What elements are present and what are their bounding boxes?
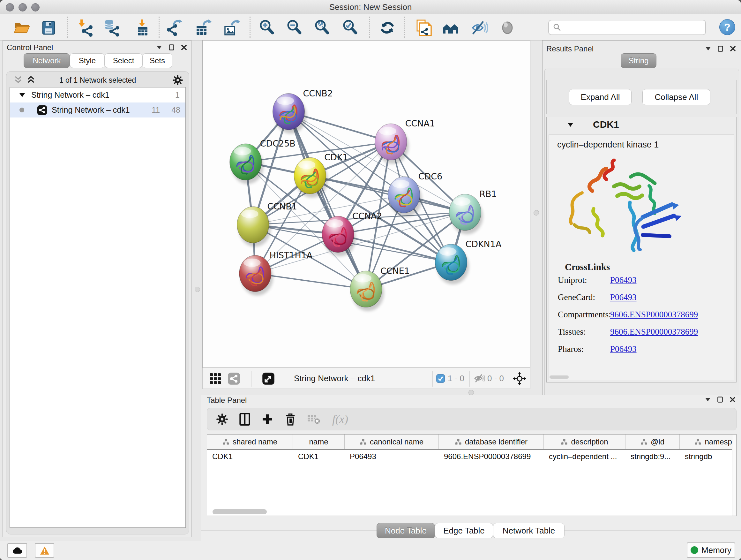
zoom-fit-icon[interactable] (311, 18, 334, 37)
birds-eye-view-icon[interactable] (262, 372, 275, 385)
tab-sets[interactable]: Sets (142, 53, 172, 68)
network-collection-row[interactable]: String Network – cdk1 1 (10, 87, 185, 103)
table-vertical-scrollbar[interactable] (732, 435, 736, 516)
right-splitter-handle[interactable] (534, 210, 539, 215)
panel-menu-icon[interactable] (705, 398, 711, 401)
float-panel-icon[interactable] (169, 44, 174, 51)
memory-button[interactable]: Memory (687, 543, 735, 558)
tab-select[interactable]: Select (105, 53, 142, 68)
crosslink-link[interactable]: P06493 (610, 293, 636, 302)
table-options-gear-icon[interactable] (216, 413, 228, 425)
help-button[interactable]: ? (719, 19, 735, 35)
show-columns-icon[interactable] (239, 413, 251, 426)
tab-network[interactable]: Network (23, 53, 70, 68)
warnings-button[interactable] (35, 543, 54, 558)
column-header-description[interactable]: description (544, 435, 625, 449)
table-cell[interactable]: 9606.ENSP00000378699 (439, 450, 544, 463)
column-header-label: database identifier (465, 437, 528, 446)
import-network-database-icon[interactable] (100, 18, 123, 37)
grid-view-icon[interactable] (210, 373, 221, 384)
search-input[interactable] (548, 20, 706, 35)
column-header-shared-name[interactable]: shared name (207, 435, 293, 449)
tab-edge-table[interactable]: Edge Table (435, 523, 493, 538)
open-session-icon[interactable] (10, 18, 33, 37)
import-network-file-icon[interactable] (74, 18, 97, 37)
float-panel-icon[interactable] (718, 46, 723, 52)
tab-style[interactable]: Style (70, 53, 105, 68)
fit-selected-crosshair-icon[interactable] (513, 372, 526, 385)
zoom-selected-icon[interactable] (339, 18, 362, 37)
network-row-selected[interactable]: String Network – cdk1 11 48 (10, 103, 185, 118)
column-header-canonical-name[interactable]: canonical name (345, 435, 439, 449)
new-network-from-selection-icon[interactable] (412, 18, 435, 37)
refresh-layout-icon[interactable] (376, 18, 399, 37)
add-column-icon[interactable] (261, 413, 273, 425)
network-options-gear-icon[interactable] (172, 75, 183, 85)
export-network-icon[interactable] (163, 18, 186, 37)
save-session-icon[interactable] (37, 18, 60, 37)
table-panel: Table Panel f(x) shared namenamecanonica… (201, 395, 741, 541)
column-header-database-identifier[interactable]: database identifier (439, 435, 544, 449)
table-cell[interactable]: P06493 (345, 450, 439, 463)
float-panel-icon[interactable] (718, 396, 723, 402)
close-panel-icon[interactable] (730, 46, 736, 51)
network-edge-count: 48 (172, 105, 180, 115)
network-edge[interactable] (288, 112, 366, 289)
table-horizontal-scrollbar-thumb[interactable] (212, 509, 267, 514)
table-cell[interactable]: CDK1 (293, 450, 345, 463)
network-label: String Network – cdk1 (52, 105, 130, 115)
network-node-RB1[interactable]: RB1 (449, 189, 496, 234)
export-image-icon[interactable] (220, 18, 243, 37)
network-view-canvas[interactable]: CCNB2CCNA1CDC25BCDK1CDC6RB1CCNB1CCNA2CDK… (202, 40, 530, 368)
network-node-CCNE1[interactable]: CCNE1 (350, 266, 410, 311)
collapse-all-button[interactable]: Collapse All (643, 89, 711, 105)
network-node-CDKN1A[interactable]: CDKN1A (435, 239, 502, 285)
table-cell[interactable]: CDK1 (207, 450, 293, 463)
zoom-out-icon[interactable] (283, 18, 306, 37)
network-view-toolbar: String Network – cdk1 1 - 0 0 - 0 (202, 368, 530, 389)
network-node-CCNB2[interactable]: CCNB2 (273, 88, 333, 134)
panel-menu-icon[interactable] (157, 46, 162, 49)
column-mapped-icon (694, 439, 701, 445)
network-node-CDC25B[interactable]: CDC25B (230, 138, 295, 184)
column-header-namespace[interactable]: namespace (680, 435, 737, 449)
node-table[interactable]: shared namenamecanonical namedatabase id… (207, 434, 737, 516)
crosslink-link[interactable]: 9606.ENSP00000378699 (610, 310, 698, 319)
results-panel-title: Results Panel (546, 44, 594, 53)
network-node-CCNB1[interactable]: CCNB1 (237, 201, 297, 247)
import-table-file-icon[interactable] (131, 18, 154, 37)
network-graph[interactable]: CCNB2CCNA1CDC25BCDK1CDC6RB1CCNB1CCNA2CDK… (203, 41, 530, 368)
panel-menu-icon[interactable] (705, 47, 711, 51)
close-panel-icon[interactable] (730, 397, 735, 402)
column-header-name[interactable]: name (293, 435, 345, 449)
crosslink-link[interactable]: 9606.ENSP00000378699 (610, 327, 698, 336)
selected-checkbox-icon[interactable] (436, 374, 445, 383)
table-data-row[interactable]: CDK1CDK1P064939606.ENSP00000378699cyclin… (207, 450, 737, 463)
tab-node-table[interactable]: Node Table (377, 523, 435, 538)
crosslink-link[interactable]: P06493 (610, 344, 636, 354)
tab-string[interactable]: String (621, 53, 657, 68)
network-node-CCNA1[interactable]: CCNA1 (375, 118, 435, 164)
show-all-icon[interactable] (496, 18, 519, 37)
network-node-HIST1H1A[interactable]: HIST1H1A (239, 250, 313, 296)
card-hscroll-thumb[interactable] (549, 375, 569, 379)
delete-column-icon[interactable] (284, 413, 296, 426)
collection-expand-icon[interactable] (19, 93, 25, 97)
table-cell[interactable]: stringdb:9... (625, 450, 680, 463)
bottom-splitter-handle[interactable] (468, 390, 474, 395)
tab-network-table[interactable]: Network Table (493, 523, 564, 538)
export-table-icon[interactable] (192, 18, 214, 37)
left-splitter-handle[interactable] (195, 287, 200, 292)
hide-selected-icon[interactable] (468, 18, 490, 37)
network-node-CDC6[interactable]: CDC6 (388, 172, 442, 217)
close-panel-icon[interactable] (181, 45, 187, 50)
expand-all-button[interactable]: Expand All (569, 89, 631, 105)
crosslink-link[interactable]: P06493 (610, 275, 636, 285)
column-header--id[interactable]: @id (625, 435, 680, 449)
cloud-status-button[interactable] (7, 543, 27, 558)
table-cell[interactable]: cyclin–dependent ... (544, 450, 625, 463)
first-neighbors-icon[interactable] (439, 18, 462, 37)
zoom-in-icon[interactable] (256, 18, 279, 37)
table-cell[interactable]: stringdb (680, 450, 737, 463)
card-collapse-icon[interactable] (568, 123, 573, 127)
